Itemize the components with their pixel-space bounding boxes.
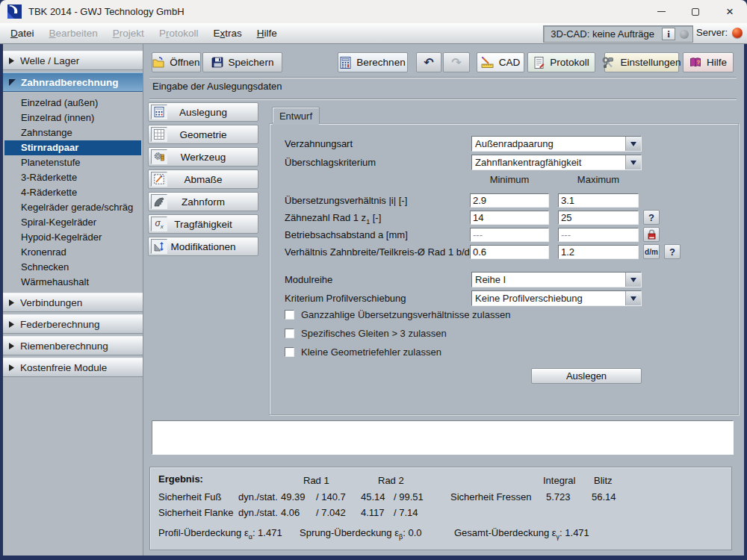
server-status-icon: [732, 28, 743, 38]
application-window: TBK 2014 - GWJ Technology GmbH × Datei B…: [0, 0, 747, 560]
minimize-button[interactable]: [644, 0, 678, 23]
fuss-mode-label: dyn./stat.: [238, 491, 278, 503]
zaehnezahl-min-input[interactable]: [470, 211, 549, 225]
sicherheit-fuss-label: Sicherheit Fuß: [158, 491, 222, 503]
dropdown-arrow-button[interactable]: [625, 291, 641, 305]
minimum-column-header: Minimum: [470, 174, 549, 185]
breitenverhaeltnis-help-button[interactable]: ?: [664, 244, 681, 259]
sicherheit-flanke-label: Sicherheit Flanke: [158, 507, 233, 518]
sidebar-item-einzelrad-innen[interactable]: Einzelrad (innen): [3, 111, 143, 125]
menu-item-datei[interactable]: Datei: [3, 25, 42, 42]
sidebar: Welle / Lager Zahnradberechnung Einzelra…: [3, 44, 143, 556]
help-button[interactable]: ? Hilfe: [683, 52, 734, 72]
chevron-right-icon: [9, 57, 15, 64]
sidebar-section-zahnradberechnung[interactable]: Zahnradberechnung: [3, 72, 143, 92]
tab-entwurf[interactable]: Entwurf: [272, 107, 320, 124]
sicherheit-fressen-label: Sicherheit Fressen: [450, 491, 531, 503]
sidebar-item-kegelraeder[interactable]: Kegelräder gerade/schräg: [3, 200, 143, 215]
open-button[interactable]: Öffnen: [152, 52, 201, 72]
sidebar-section-welle-lager[interactable]: Welle / Lager: [3, 51, 143, 70]
fressen-integral-value: 5.723: [546, 491, 571, 503]
separator-line: [149, 99, 737, 100]
gear-profile-icon: [151, 194, 167, 209]
auslegung-button[interactable]: Auslegung: [148, 102, 258, 122]
settings-button[interactable]: Einstellungen: [604, 52, 679, 72]
breitenverhaeltnis-label: Verhältnis Zahnbreite/Teilkreis-Ø Rad 1 …: [285, 246, 485, 260]
integral-column-header: Integral: [543, 475, 575, 486]
gesamt-ueberdeckung: Gesamt-Überdeckung εγ: 1.471: [454, 527, 589, 541]
sigma-stress-icon: σx: [151, 217, 167, 231]
sidebar-section-verbindungen[interactable]: Verbindungen: [3, 293, 143, 312]
sidebar-item-stirnradpaar[interactable]: Stirnradpaar: [4, 140, 141, 155]
dm-icon: d/m: [645, 248, 658, 256]
separator-line: [149, 77, 737, 78]
dm-toggle-button[interactable]: d/m: [643, 244, 660, 259]
fuss-rad1-value: 49.39/ 140.7: [281, 491, 346, 503]
menu-item-bearbeiten: Bearbeiten: [42, 25, 105, 42]
close-button[interactable]: ×: [713, 0, 747, 23]
sidebar-item-zahnstange[interactable]: Zahnstange: [3, 125, 143, 140]
uebersetzung-label: Übersetzungsverhältnis |i| [-]: [285, 195, 407, 208]
protocol-button[interactable]: Protokoll: [527, 52, 595, 72]
breitenverhaeltnis-max-input[interactable]: [558, 245, 639, 259]
checkbox-row-ganzzahlig: Ganzzahlige Übersetzungsverhältnisse zul…: [285, 309, 510, 320]
geometriefehler-checkbox[interactable]: [285, 347, 294, 357]
undo-button[interactable]: ↶: [416, 52, 441, 72]
menu-item-extras[interactable]: Extras: [205, 25, 249, 42]
kriterium-dropdown[interactable]: Zahnflankentragfähigkeit: [471, 155, 642, 170]
zahnform-button[interactable]: Zahnform: [148, 192, 258, 211]
sidebar-item-hypoid-kegelraeder[interactable]: Hypoid-Kegelräder: [3, 230, 143, 245]
achsabstand-lock-button[interactable]: [643, 227, 660, 242]
achsabstand-min-input[interactable]: [470, 228, 549, 242]
dropdown-arrow-button[interactable]: [625, 273, 641, 287]
sidebar-item-schnecken[interactable]: Schnecken: [3, 260, 143, 275]
gleiten-checkbox[interactable]: [285, 329, 294, 338]
cad-status-indicator: [680, 30, 689, 39]
sidebar-item-waermehaushalt[interactable]: Wärmehaushalt: [3, 275, 143, 290]
cad-ruler-pencil-icon: [481, 57, 494, 69]
sprung-ueberdeckung: Sprung-Überdeckung εβ: 0.0: [300, 527, 421, 541]
sidebar-item-spiral-kegelraeder[interactable]: Spiral-Kegelräder: [3, 215, 143, 230]
sidebar-item-planetenstufe[interactable]: Planetenstufe: [3, 155, 143, 170]
sidebar-section-federberechnung[interactable]: Federberechnung: [3, 314, 143, 334]
ganzzahlig-checkbox[interactable]: [285, 310, 294, 320]
sidebar-item-einzelrad-aussen[interactable]: Einzelrad (außen): [3, 96, 143, 111]
verzahnungsart-dropdown[interactable]: Außenradpaarung: [471, 136, 642, 152]
chevron-right-icon: [9, 343, 15, 349]
chevron-expanded-icon: [9, 79, 16, 86]
cad-button[interactable]: CAD: [477, 52, 524, 72]
werkzeug-button[interactable]: Werkzeug: [148, 147, 258, 167]
auslegen-button[interactable]: Auslegen: [531, 368, 642, 384]
uebersetzung-min-input[interactable]: [470, 193, 549, 208]
modulreihe-dropdown[interactable]: Reihe I: [471, 272, 642, 287]
tragfaehigkeit-button[interactable]: σx Tragfähigkeit: [148, 214, 258, 234]
app-logo-icon: [7, 4, 22, 19]
calculate-button[interactable]: Berechnen: [338, 52, 408, 72]
cad-status-box: 3D-CAD: keine Aufträge i: [543, 25, 693, 43]
profilkriterium-dropdown[interactable]: Keine Profilverschiebung: [471, 290, 642, 306]
abmasse-button[interactable]: Abmaße: [148, 169, 258, 189]
calculator-icon: [340, 57, 351, 69]
menu-item-hilfe[interactable]: Hilfe: [249, 25, 285, 42]
geometrie-button[interactable]: Geometrie: [148, 125, 258, 144]
sidebar-section-kostenfreie-module[interactable]: Kostenfreie Module: [3, 358, 143, 377]
sidebar-item-4-raederkette[interactable]: 4-Räderkette: [3, 185, 143, 200]
achsabstand-max-input[interactable]: [558, 228, 639, 242]
modifikationen-button[interactable]: Modifikationen: [148, 237, 258, 256]
message-box: [152, 420, 734, 455]
maximize-button[interactable]: [678, 0, 713, 23]
sidebar-section-riemenberechnung[interactable]: Riemenberechnung: [3, 336, 143, 355]
zaehnezahl-help-button[interactable]: ?: [643, 210, 660, 225]
save-button[interactable]: Speichern: [202, 52, 282, 72]
breitenverhaeltnis-min-input[interactable]: [470, 245, 549, 259]
minimize-icon: [657, 11, 666, 12]
dropdown-arrow-button[interactable]: [625, 137, 641, 151]
sidebar-item-kronenrad[interactable]: Kronenrad: [3, 245, 143, 260]
uebersetzung-max-input[interactable]: [558, 193, 639, 208]
rad2-column-header: Rad 2: [378, 475, 404, 486]
dropdown-arrow-button[interactable]: [625, 155, 641, 169]
profil-ueberdeckung: Profil-Überdeckung εα: 1.471: [158, 527, 282, 541]
zaehnezahl-max-input[interactable]: [558, 211, 639, 225]
cad-info-button[interactable]: i: [662, 28, 675, 40]
sidebar-item-3-raederkette[interactable]: 3-Räderkette: [3, 170, 143, 185]
